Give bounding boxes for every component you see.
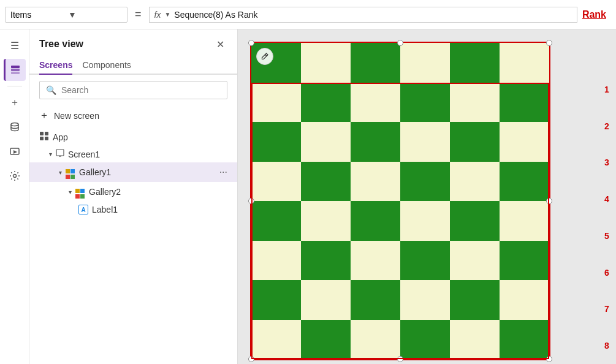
gallery1-more-button[interactable]: ··· [219,167,227,178]
svg-rect-11 [56,150,64,156]
items-dropdown[interactable]: Items ▼ [5,7,127,23]
row-num-6: 6 [598,254,616,291]
tab-components[interactable]: Components [82,56,131,75]
menu-icon-button[interactable]: ☰ [4,34,26,56]
svg-rect-9 [40,137,44,140]
checkerboard-cell [400,241,450,281]
icon-bar-separator [7,86,22,86]
checkerboard-cell [400,43,450,83]
checkerboard-cell [301,122,351,162]
checkerboard-cell [400,122,450,162]
tree-item-screen1[interactable]: ▾ Screen1 [29,146,237,162]
gallery1-chevron-icon: ▾ [59,169,62,176]
checkerboard-cell [251,122,301,162]
handle-top-right[interactable] [546,40,552,46]
checkerboard-cell [450,43,500,83]
screen1-chevron-icon: ▾ [49,151,52,157]
checkerboard-cell [500,43,549,83]
top-bar: Items ▼ = fx ▼ Sequence(8) As Rank Rank [0,0,616,29]
svg-rect-2 [11,72,20,74]
checkerboard-cell [351,162,400,202]
checkerboard-cell [500,241,549,281]
database-icon-button[interactable] [4,116,26,138]
fx-icon: fx [154,10,161,20]
checkerboard-cell [351,83,400,123]
checkerboard-cell [351,122,400,162]
search-input[interactable] [61,85,221,95]
edit-icon-overlay[interactable] [256,48,273,65]
handle-bottom-right[interactable] [546,356,552,362]
row-num-3: 3 [598,145,616,181]
formula-text: Sequence(8) As Rank [174,10,257,20]
rank-label: Rank [582,9,611,20]
checkerboard-cell [450,122,500,162]
plus-icon: ＋ [39,109,49,122]
layers-icon-button[interactable] [4,59,26,81]
new-screen-button[interactable]: ＋ New screen [29,105,237,126]
checkerboard-cell [450,241,500,281]
checkerboard-cell [351,280,400,320]
tree-view-title: Tree view [39,39,83,50]
checkerboard-cell [301,280,351,320]
checkerboard-cell [251,201,301,241]
checkerboard-cell [450,162,500,202]
gallery1-label: Gallery1 [79,167,216,177]
main-content: ☰ ＋ Tree view ✕ Screens Components [0,29,616,364]
row-num-2: 2 [598,108,616,145]
svg-rect-1 [11,69,20,71]
checkerboard-container[interactable] [250,42,550,360]
row-numbers: 1 2 3 4 5 6 7 8 [598,29,616,364]
tree-item-gallery2[interactable]: ▾ Gallery2 [29,182,237,202]
tab-screens[interactable]: Screens [39,56,72,75]
checkerboard-cell [500,122,549,162]
checkerboard-cell [351,320,400,360]
canvas-area[interactable]: 1 2 3 4 5 6 7 8 [238,29,616,364]
checkerboard-cell [301,320,351,360]
handle-middle-right[interactable] [546,198,552,204]
formula-bar[interactable]: fx ▼ Sequence(8) As Rank [149,7,577,23]
checkerboard-cell [500,162,549,202]
checkerboard-cell [301,83,351,123]
checkerboard-cell [400,320,450,360]
row-num-7: 7 [598,291,616,328]
checkerboard-cell [500,320,549,360]
handle-bottom-center[interactable] [397,356,403,362]
search-box: 🔍 [39,81,227,99]
media-icon-button[interactable] [4,140,26,162]
close-button[interactable]: ✕ [213,37,227,51]
dropdown-chevron-icon: ▼ [68,10,122,20]
svg-point-3 [11,123,18,126]
checkerboard-cell [251,280,301,320]
checkerboard-cell [500,280,549,320]
row-num-5: 5 [598,218,616,254]
checkerboard-cell [351,201,400,241]
handle-bottom-left[interactable] [248,356,254,362]
search-icon: 🔍 [46,85,56,95]
checkerboard-cell [251,241,301,281]
svg-rect-0 [11,66,20,68]
tree-body: App ▾ Screen1 ▾ Gallery1 [29,126,237,364]
checkerboard-cell [251,83,301,123]
add-icon-button[interactable]: ＋ [4,91,26,113]
tree-item-gallery1[interactable]: ▾ Gallery1 ··· [29,162,237,182]
checkerboard-cell [400,280,450,320]
app-label: App [53,132,227,142]
handle-top-center[interactable] [397,40,403,46]
checkerboard-cell [301,162,351,202]
tree-tabs: Screens Components [29,56,237,75]
tree-item-label1[interactable]: A Label1 [29,202,237,218]
settings-icon-button[interactable] [4,165,26,187]
row-num-4: 4 [598,181,616,218]
checkerboard-cell [500,83,549,123]
checkerboard-cell [301,201,351,241]
checkerboard-cell [450,83,500,123]
label1-icon: A [78,205,88,214]
gallery2-chevron-icon: ▾ [69,189,72,195]
tree-item-app[interactable]: App [29,128,237,146]
label1-label: Label1 [92,205,227,214]
checkerboard-cell [251,162,301,202]
handle-middle-left[interactable] [248,198,254,204]
formula-chevron-icon: ▼ [164,11,170,18]
checkerboard-cell [450,320,500,360]
handle-top-left[interactable] [248,40,254,46]
